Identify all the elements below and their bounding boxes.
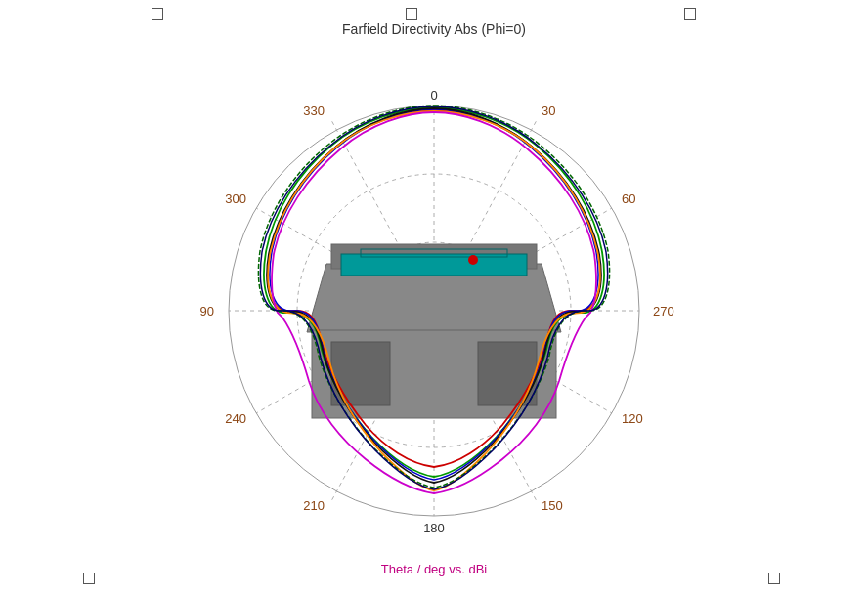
polar-svg: 0 30 60 90 270 120 150 180 210 240 330 3… bbox=[160, 49, 708, 557]
svg-text:240: 240 bbox=[225, 411, 246, 426]
main-container: Farfield Directivity Abs (Phi=0) bbox=[0, 0, 868, 594]
chart-title: Farfield Directivity Abs (Phi=0) bbox=[0, 21, 868, 37]
theta-label: Theta bbox=[381, 562, 413, 576]
svg-text:330: 330 bbox=[303, 104, 325, 118]
svg-text:0: 0 bbox=[430, 88, 437, 103]
svg-text:90: 90 bbox=[200, 304, 214, 318]
corner-box-tl[interactable] bbox=[152, 8, 163, 20]
svg-text:210: 210 bbox=[303, 498, 325, 513]
svg-text:30: 30 bbox=[542, 104, 555, 118]
svg-text:150: 150 bbox=[542, 498, 563, 513]
chart-subtitle: Theta / deg vs. dBi bbox=[0, 562, 868, 576]
subtitle-rest: / deg vs. dBi bbox=[417, 562, 488, 576]
corner-box-tm[interactable] bbox=[406, 8, 417, 20]
svg-text:300: 300 bbox=[225, 191, 246, 206]
svg-text:120: 120 bbox=[622, 411, 643, 426]
svg-text:270: 270 bbox=[653, 304, 674, 318]
corner-box-tr[interactable] bbox=[684, 8, 696, 20]
svg-point-34 bbox=[468, 255, 478, 265]
svg-text:60: 60 bbox=[622, 191, 635, 206]
polar-chart-area: 0 30 60 90 270 120 150 180 210 240 330 3… bbox=[160, 49, 708, 557]
svg-text:180: 180 bbox=[423, 521, 445, 535]
